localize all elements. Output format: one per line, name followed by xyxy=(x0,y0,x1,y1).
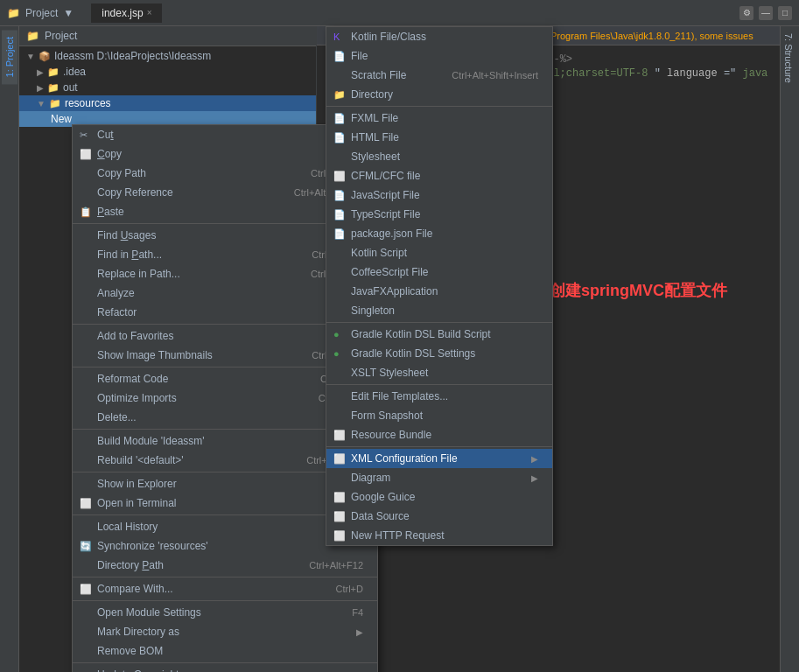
sub-google-guice[interactable]: ⬜ Google Guice xyxy=(326,487,552,507)
cut-icon: ✂ xyxy=(80,130,88,141)
ctx-compare[interactable]: ⬜ Compare With... Ctrl+D xyxy=(73,579,377,598)
resource-icon: ⬜ xyxy=(333,430,346,441)
guice-icon: ⬜ xyxy=(333,492,346,503)
tree-item-label: resources xyxy=(65,97,111,109)
file-icon: 📄 xyxy=(333,51,346,62)
maximize-icon[interactable]: □ xyxy=(778,6,792,20)
sub-singleton[interactable]: Singleton xyxy=(326,301,552,320)
separator-7 xyxy=(73,577,377,578)
sidebar-item-project[interactable]: 1: Project xyxy=(2,30,18,84)
module-icon: 📦 xyxy=(39,51,51,62)
sub-fxml-file[interactable]: 📄 FXML File xyxy=(326,108,552,128)
compare-icon: ⬜ xyxy=(80,584,92,595)
tree-item-label: New xyxy=(51,113,72,125)
sub-js-file[interactable]: 📄 JavaScript File xyxy=(326,186,552,205)
sub-javafx[interactable]: JavaFXApplication xyxy=(326,282,552,301)
paste-icon: 📋 xyxy=(80,206,92,218)
project-header: 📁 Project xyxy=(19,26,316,46)
terminal-icon: ⬜ xyxy=(80,498,92,509)
tab-label: index.jsp xyxy=(102,7,143,19)
cfml-icon: ⬜ xyxy=(333,171,346,182)
sub-package-json[interactable]: 📄 package.json File xyxy=(326,224,552,243)
sub-xslt[interactable]: XSLT Stylesheet xyxy=(326,363,552,382)
folder-icon: 📁 xyxy=(47,66,60,78)
sub-directory[interactable]: 📁 Directory xyxy=(326,85,552,104)
gradle-icon: ● xyxy=(333,329,340,340)
tree-item-ideassm[interactable]: ▼ 📦 Ideassm D:\IdeaProjects\Ideassm xyxy=(19,48,316,64)
tab-close-button[interactable]: × xyxy=(147,8,152,18)
sub-gradle-build[interactable]: ● Gradle Kotlin DSL Build Script xyxy=(326,325,552,344)
title-controls: ⚙ — □ xyxy=(739,6,792,20)
sync-icon: 🔄 xyxy=(80,541,92,552)
sub-coffeescript[interactable]: CoffeeScript File xyxy=(326,262,552,282)
project-header-label: Project xyxy=(45,30,77,42)
arrow-icon: ▶ xyxy=(37,67,44,77)
dir-icon: 📁 xyxy=(333,89,346,101)
http-icon: ⬜ xyxy=(333,530,346,542)
arrow-icon: ▼ xyxy=(37,99,46,108)
arrow-icon: ▶ xyxy=(37,83,44,93)
tree-item-idea[interactable]: ▶ 📁 .idea xyxy=(19,64,316,80)
sub-form-snapshot[interactable]: Form Snapshot xyxy=(326,406,552,425)
main-layout: 1: Project 📁 Project ▼ 📦 Ideassm D:\Idea… xyxy=(0,26,799,672)
sub-file[interactable]: 📄 File xyxy=(326,46,552,66)
tree-item-label: Ideassm D:\IdeaProjects\Ideassm xyxy=(54,50,211,62)
sub-edit-templates[interactable]: Edit File Templates... xyxy=(326,387,552,406)
submenu-new: K Kotlin File/Class 📄 File Scratch File … xyxy=(326,26,553,546)
sub-resource-bundle[interactable]: ⬜ Resource Bundle xyxy=(326,425,552,444)
sub-stylesheet[interactable]: Stylesheet xyxy=(326,147,552,166)
html-icon: 📄 xyxy=(333,132,346,144)
sub-gradle-settings[interactable]: ● Gradle Kotlin DSL Settings xyxy=(326,344,552,363)
ts-icon: 📄 xyxy=(333,209,346,220)
editor-tabs: index.jsp × xyxy=(91,4,163,23)
project-panel: 📁 Project ▼ 📦 Ideassm D:\IdeaProjects\Id… xyxy=(19,26,317,672)
project-folder-icon: 📁 xyxy=(7,7,20,19)
copy-icon: ⬜ xyxy=(80,149,92,160)
separator-9 xyxy=(73,662,377,663)
pkg-icon: 📄 xyxy=(333,228,346,240)
structure-tab-label[interactable]: 7: Structure xyxy=(781,26,796,90)
sub-kotlin-script[interactable]: Kotlin Script xyxy=(326,243,552,262)
folder-icon: 📁 xyxy=(49,98,61,109)
tree-item-resources[interactable]: ▼ 📁 resources xyxy=(19,95,316,111)
ctx-update-copyright[interactable]: Update Copyright... xyxy=(73,665,377,672)
project-header-icon: 📁 xyxy=(26,30,39,42)
tree-item-label: out xyxy=(63,81,78,94)
project-label: 📁 Project ▼ xyxy=(7,7,74,19)
side-tabs: 1: Project xyxy=(0,26,19,672)
ctx-module-settings[interactable]: Open Module Settings F4 xyxy=(73,603,377,622)
kotlin-icon: K xyxy=(333,32,340,42)
sub-data-source[interactable]: ⬜ Data Source xyxy=(326,507,552,526)
sub-sep-4 xyxy=(326,446,552,447)
xml-icon: ⬜ xyxy=(333,453,346,465)
sub-sep-3 xyxy=(326,384,552,385)
js-icon: 📄 xyxy=(333,190,346,201)
arrow-icon: ▼ xyxy=(26,52,35,61)
sub-cfml[interactable]: ⬜ CFML/CFC file xyxy=(326,166,552,186)
sub-http-request[interactable]: ⬜ New HTTP Request xyxy=(326,526,552,545)
folder-icon: 📁 xyxy=(47,82,60,94)
title-bar: 📁 Project ▼ index.jsp × ⚙ — □ xyxy=(0,0,799,26)
sub-xml-config[interactable]: ⬜ XML Configuration File xyxy=(326,449,552,468)
datasource-icon: ⬜ xyxy=(333,511,346,522)
tab-index-jsp[interactable]: index.jsp × xyxy=(91,4,163,23)
separator-8 xyxy=(73,600,377,601)
sub-diagram[interactable]: Diagram xyxy=(326,468,552,487)
ctx-mark-dir[interactable]: Mark Directory as xyxy=(73,622,377,641)
ctx-remove-bom[interactable]: Remove BOM xyxy=(73,641,377,661)
gradle-settings-icon: ● xyxy=(333,348,340,359)
right-side-panel: 7: Structure xyxy=(780,26,799,672)
sub-scratch-file[interactable]: Scratch File Ctrl+Alt+Shift+Insert xyxy=(326,66,552,85)
sub-kotlin-file[interactable]: K Kotlin File/Class xyxy=(326,27,552,46)
tree-item-out[interactable]: ▶ 📁 out xyxy=(19,80,316,95)
settings-icon[interactable]: ⚙ xyxy=(739,6,753,20)
minimize-icon[interactable]: — xyxy=(759,6,773,20)
sub-sep-1 xyxy=(326,106,552,107)
sub-sep-2 xyxy=(326,322,552,323)
sub-ts-file[interactable]: 📄 TypeScript File xyxy=(326,205,552,224)
tree-item-label: .idea xyxy=(63,66,86,78)
fxml-icon: 📄 xyxy=(333,113,346,124)
annotation-text: 创建springMVC配置文件 xyxy=(550,280,727,301)
ctx-dir-path[interactable]: Directory Path Ctrl+Alt+F12 xyxy=(73,556,377,575)
sub-html-file[interactable]: 📄 HTML File xyxy=(326,128,552,147)
